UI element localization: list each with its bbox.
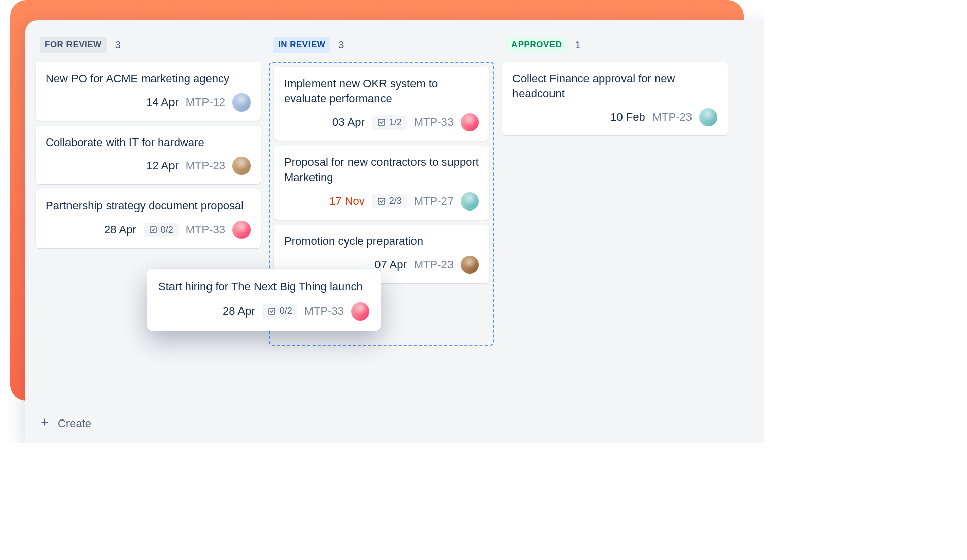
card-date: 28 Apr (223, 305, 255, 318)
card-meta: 03 Apr1/2MTP-33 (284, 113, 479, 131)
card-key: MTP-33 (304, 305, 344, 318)
avatar (461, 113, 479, 131)
card-key: MTP-23 (652, 111, 692, 124)
card-title: Implement new OKR system to evaluate per… (284, 76, 479, 106)
card-date: 10 Feb (610, 111, 645, 124)
column-header: FOR REVIEW3 (36, 32, 261, 62)
column-badge: IN REVIEW (273, 37, 330, 53)
card-title: Start hiring for The Next Big Thing laun… (158, 279, 369, 294)
board-card[interactable]: Proposal for new contractors to support … (274, 146, 489, 219)
board-card[interactable]: Collect Finance approval for new headcou… (502, 62, 728, 135)
card-title: Proposal for new contractors to support … (284, 155, 479, 185)
card-meta: 12 AprMTP-23 (46, 157, 251, 175)
card-date: 12 Apr (146, 159, 179, 172)
board-card[interactable]: New PO for ACME marketing agency14 AprMT… (36, 62, 261, 121)
board-columns: FOR REVIEW3New PO for ACME marketing age… (25, 20, 764, 408)
card-key: MTP-27 (414, 195, 454, 208)
card-key: MTP-23 (414, 258, 454, 271)
column-count: 3 (338, 39, 344, 51)
card-date: 28 Apr (104, 223, 136, 236)
svg-rect-3 (269, 308, 275, 314)
avatar (699, 108, 717, 126)
column-badge: APPROVED (506, 37, 567, 53)
avatar (232, 93, 251, 112)
checklist-chip: 0/2 (262, 304, 297, 319)
avatar (232, 221, 251, 239)
column-in-review: IN REVIEW3Implement new OKR system to ev… (265, 32, 498, 408)
svg-rect-0 (150, 227, 156, 233)
checklist-chip: 1/2 (372, 115, 407, 130)
column-count: 3 (115, 39, 121, 51)
card-meta: 28 Apr0/2MTP-33 (46, 221, 251, 239)
card-meta: 28 Apr 0/2 MTP-33 (158, 302, 369, 321)
column-for-review: FOR REVIEW3New PO for ACME marketing age… (31, 32, 265, 408)
card-title: New PO for ACME marketing agency (46, 71, 251, 86)
create-button[interactable]: Create (58, 417, 91, 430)
card-key: MTP-33 (414, 116, 454, 129)
column-count: 1 (575, 39, 580, 51)
card-key: MTP-12 (186, 96, 225, 109)
card-date: 03 Apr (332, 116, 365, 129)
card-stack: New PO for ACME marketing agency14 AprMT… (36, 62, 261, 248)
svg-rect-2 (378, 198, 385, 204)
card-title: Promotion cycle preparation (284, 234, 479, 249)
checklist-count: 0/2 (161, 225, 174, 235)
board-footer: Create (25, 408, 764, 443)
card-title: Collect Finance approval for new headcou… (512, 71, 717, 101)
board-card[interactable]: Partnership strategy document proposal28… (36, 189, 261, 248)
board-card[interactable]: Implement new OKR system to evaluate per… (274, 67, 489, 141)
kanban-board: FOR REVIEW3New PO for ACME marketing age… (25, 20, 764, 443)
avatar (232, 157, 251, 175)
column-header: APPROVED1 (502, 32, 728, 62)
plus-icon[interactable] (40, 417, 50, 430)
dragging-card[interactable]: Start hiring for The Next Big Thing laun… (147, 269, 381, 331)
column-approved: APPROVED1Collect Finance approval for ne… (498, 32, 732, 408)
checklist-chip: 0/2 (144, 223, 179, 237)
checklist-count: 2/3 (389, 196, 402, 206)
checklist-chip: 2/3 (372, 194, 407, 208)
card-key: MTP-23 (186, 159, 225, 172)
avatar (351, 302, 369, 321)
board-card[interactable]: Collaborate with IT for hardware12 AprMT… (36, 126, 261, 185)
avatar (461, 192, 479, 211)
checklist-count: 0/2 (280, 306, 292, 317)
card-meta: 17 Nov2/3MTP-27 (284, 192, 479, 211)
card-title: Collaborate with IT for hardware (46, 135, 251, 150)
card-meta: 10 FebMTP-23 (512, 108, 717, 126)
card-date: 14 Apr (146, 96, 179, 109)
card-key: MTP-33 (186, 223, 225, 236)
avatar (461, 256, 479, 274)
card-date: 17 Nov (329, 195, 365, 208)
card-meta: 14 AprMTP-12 (46, 93, 251, 112)
card-stack: Collect Finance approval for new headcou… (502, 62, 728, 135)
column-header: IN REVIEW3 (269, 32, 494, 62)
checklist-count: 1/2 (389, 117, 402, 128)
card-title: Partnership strategy document proposal (46, 198, 251, 214)
svg-rect-1 (378, 119, 385, 125)
column-badge: FOR REVIEW (40, 37, 107, 53)
